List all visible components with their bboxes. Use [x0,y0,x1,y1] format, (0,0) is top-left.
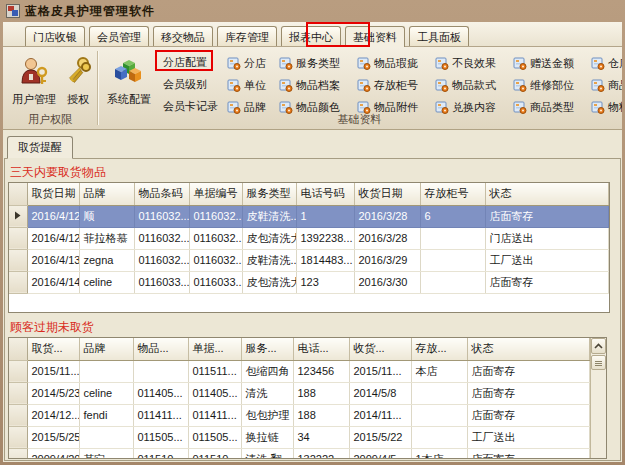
table-cell[interactable]: 门店送出 [485,227,609,249]
row-selector-cell[interactable] [9,404,27,426]
table-cell[interactable]: 店面寄存 [467,382,590,404]
table-cell[interactable]: 011405... [188,382,241,404]
column-header-物品条码[interactable]: 物品条码 [134,183,189,205]
table-cell[interactable]: 0116032... [189,227,242,249]
table-cell[interactable]: 1本店 [411,448,467,459]
table-cell[interactable]: 0116033... [189,271,242,293]
table-cell[interactable]: 皮包清洗大 [242,271,296,293]
row-selector-cell[interactable] [9,271,27,293]
column-header-收货日期[interactable]: 收货日期 [354,183,420,205]
column-header-状态[interactable]: 状态 [467,338,590,360]
column-header-取货日期[interactable]: 取货日期 [27,183,79,205]
ribbon-item-仓库信息[interactable]: 仓库信息 [591,56,622,71]
column-header-单据编号[interactable]: 单据编号 [189,183,242,205]
ribbon-item-物品款式[interactable]: 物品款式 [435,78,513,93]
ribbon-item-服务类型[interactable]: 服务类型 [279,56,357,71]
table-cell[interactable]: 店面寄存 [467,360,590,382]
column-header-品牌[interactable]: 品牌 [79,183,134,205]
table-cell[interactable]: 011505... [133,426,188,448]
table-cell[interactable]: 2016/3/28 [354,227,420,249]
nav-tab-门店收银[interactable]: 门店收银 [25,26,85,46]
table-cell[interactable]: 0116032... [189,205,242,227]
column-header-存放柜号[interactable]: 存放柜号 [420,183,485,205]
ribbon-item-存放柜号[interactable]: 存放柜号 [357,78,435,93]
table-cell[interactable]: 2015/11... [349,360,411,382]
table-cell[interactable]: 清洗,翻... [241,448,293,459]
table-cell[interactable]: 2014/5/8 [349,382,411,404]
row-selector-cell[interactable] [9,448,27,459]
table-cell[interactable] [79,360,133,382]
branch-config-button[interactable]: 分店配置 [159,52,225,72]
table-cell[interactable]: 34 [293,426,349,448]
table-cell[interactable] [420,227,485,249]
table-cell[interactable]: 其它 [79,448,133,459]
table-cell[interactable]: 2016/3/29 [354,249,420,271]
authorize-button[interactable]: 授权 [62,50,94,107]
column-header-服务...[interactable]: 服务... [241,338,293,360]
table-cell[interactable]: 2015/5/25 [27,426,79,448]
column-header-存放...[interactable]: 存放... [411,338,467,360]
table-row[interactable]: 2015/5/25011505...011505...换拉链342015/5/2… [9,426,590,448]
table-cell[interactable]: 1 [296,205,354,227]
scroll-up-button[interactable] [591,338,606,354]
table-cell[interactable]: 皮包清洗大 [242,227,296,249]
row-selector-cell[interactable] [9,227,27,249]
table-cell[interactable]: 店面寄存 [467,404,590,426]
table-cell[interactable]: 188 [293,404,349,426]
table-cell[interactable]: 2009/4/20 [27,448,79,459]
table-cell[interactable]: 0116032... [134,249,189,271]
table-cell[interactable]: 0116033... [134,271,189,293]
nav-tab-库存管理[interactable]: 库存管理 [217,26,277,46]
column-header-收货...[interactable]: 收货... [349,338,411,360]
column-header-品牌[interactable]: 品牌 [79,338,133,360]
table-cell[interactable] [420,271,485,293]
row-selector-cell[interactable] [9,360,27,382]
table-cell[interactable]: 1814483... [296,249,354,271]
table-cell[interactable]: 011510... [133,448,188,459]
row-selector-cell[interactable] [9,382,27,404]
table-cell[interactable]: celine [79,382,133,404]
table-cell[interactable]: 包缩四角 [241,360,293,382]
table-cell[interactable]: 011405... [133,382,188,404]
table-cell[interactable]: 工厂送出 [485,249,609,271]
table-cell[interactable]: 0116032... [134,205,189,227]
column-header-单据...[interactable]: 单据... [188,338,241,360]
table-cell[interactable]: 6 [420,205,485,227]
table-cell[interactable] [411,382,467,404]
table-cell[interactable]: 2009/4/5 [349,448,411,459]
table-cell[interactable]: 顺 [79,205,134,227]
table-row[interactable]: 2016/4/12顺0116032...0116032...皮鞋清洗...120… [9,205,609,227]
table-cell[interactable]: 2016/3/30 [354,271,420,293]
table-cell[interactable]: 0116032... [189,249,242,271]
table-cell[interactable]: 2016/4/13 [27,249,79,271]
ribbon-item-物品档案[interactable]: 物品档案 [279,78,357,93]
table-cell[interactable]: zegna [79,249,134,271]
system-config-button[interactable]: 系统配置 [101,50,157,107]
nav-tab-工具面板[interactable]: 工具面板 [409,26,469,46]
table-row[interactable]: 2016/4/14celine0116033...0116033...皮包清洗大… [9,271,609,293]
table-cell[interactable]: 011411... [188,404,241,426]
row-selector-cell[interactable] [9,249,27,271]
table-cell[interactable]: 1392238... [296,227,354,249]
table-overdue[interactable]: 取货...品牌物品...单据...服务...电话...收货...存放...状态2… [8,337,607,459]
ribbon-item-单位[interactable]: 单位 [227,78,279,93]
table-cell[interactable]: 011510... [188,448,241,459]
table-cell[interactable]: 2015/11... [27,360,79,382]
column-header-电话号码[interactable]: 电话号码 [296,183,354,205]
table-cell[interactable] [79,426,133,448]
table-cell[interactable] [411,404,467,426]
ribbon-item-物品瑕疵[interactable]: 物品瑕疵 [357,56,435,71]
nav-tab-会员管理[interactable]: 会员管理 [89,26,149,46]
table-cell[interactable]: 2015/5/22 [349,426,411,448]
table-cell[interactable] [411,426,467,448]
table-row[interactable]: 2015/11...011511...包缩四角1234562015/11...本… [9,360,590,382]
table-cell[interactable]: 菲拉格慕 [79,227,134,249]
table-due-in-3-days[interactable]: 取货日期品牌物品条码单据编号服务类型电话号码收货日期存放柜号状态2016/4/1… [8,182,610,313]
nav-tab-基础资料[interactable]: 基础资料 [345,26,405,47]
vertical-scrollbar[interactable] [590,338,606,458]
column-header-物品...[interactable]: 物品... [133,338,188,360]
scrollbar-thumb[interactable] [591,355,606,370]
table-cell[interactable]: fendi [79,404,133,426]
ribbon-item-商品信息[interactable]: 商品信息 [591,78,622,93]
nav-tab-报表中心[interactable]: 报表中心 [281,26,341,46]
